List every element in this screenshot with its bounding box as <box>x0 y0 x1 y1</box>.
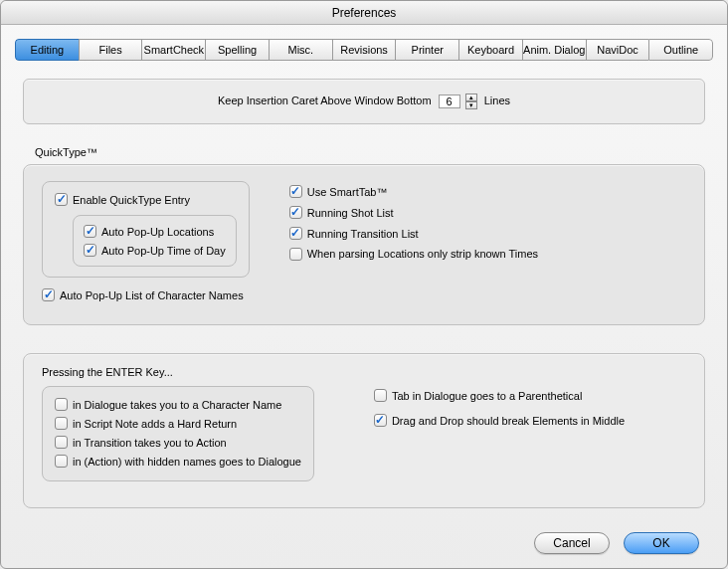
enable-quicktype-label: Enable QuickType Entry <box>73 194 190 206</box>
popup-chars-label: Auto Pop-Up List of Character Names <box>60 289 244 301</box>
tab-anim-dialog[interactable]: Anim. Dialog <box>522 39 586 61</box>
drag-break-row[interactable]: ✓ Drag and Drop should break Elements in… <box>374 411 625 430</box>
checkbox-icon[interactable]: ✓ <box>42 288 55 301</box>
quicktype-panel: ✓ Enable QuickType Entry ✓ Auto Pop-Up L… <box>23 164 705 325</box>
translist-label: Running Transition List <box>307 228 419 240</box>
checkbox-icon[interactable] <box>55 417 68 430</box>
stepper-up-icon[interactable]: ▴ <box>465 94 477 101</box>
tab-files[interactable]: Files <box>79 39 142 61</box>
caret-label-left: Keep Insertion Caret Above Window Bottom <box>218 95 432 106</box>
popup-locations-label: Auto Pop-Up Locations <box>101 226 214 238</box>
caret-label-right: Lines <box>484 95 510 106</box>
checkbox-icon[interactable]: ✓ <box>55 193 68 206</box>
checkbox-icon[interactable]: ✓ <box>289 206 302 219</box>
popup-locations-row[interactable]: ✓ Auto Pop-Up Locations <box>84 222 226 241</box>
dlg-to-char-label: in Dialogue takes you to a Character Nam… <box>73 399 281 411</box>
checkbox-icon[interactable]: ✓ <box>84 244 96 257</box>
stepper-down-icon[interactable]: ▾ <box>465 101 477 109</box>
quicktype-heading: QuickType™ <box>35 146 705 158</box>
shotlist-label: Running Shot List <box>307 207 394 219</box>
tab-editing[interactable]: Editing <box>15 39 79 61</box>
trans-to-action-row[interactable]: in Transition takes you to Action <box>55 433 301 452</box>
enter-heading: Pressing the ENTER Key... <box>42 366 686 378</box>
cancel-button[interactable]: Cancel <box>534 532 610 554</box>
tab-smartcheck[interactable]: SmartCheck <box>141 39 205 61</box>
caret-panel: Keep Insertion Caret Above Window Bottom… <box>23 79 705 124</box>
tab-misc[interactable]: Misc. <box>269 39 332 61</box>
checkbox-icon[interactable] <box>55 398 68 411</box>
popup-tod-row[interactable]: ✓ Auto Pop-Up Time of Day <box>84 241 226 260</box>
translist-row[interactable]: ✓ Running Transition List <box>289 223 538 244</box>
dlg-to-char-row[interactable]: in Dialogue takes you to a Character Nam… <box>55 395 301 414</box>
tab-outline[interactable]: Outline <box>648 39 713 61</box>
enable-quicktype-row[interactable]: ✓ Enable QuickType Entry <box>55 190 237 209</box>
action-to-dlg-label: in (Action) with hidden names goes to Di… <box>73 456 301 468</box>
enter-panel: Pressing the ENTER Key... in Dialogue ta… <box>23 353 705 508</box>
checkbox-icon[interactable] <box>374 389 387 402</box>
quicktype-right: ✓ Use SmartTab™ ✓ Running Shot List ✓ Ru… <box>289 181 538 304</box>
checkbox-icon[interactable] <box>55 436 68 449</box>
tab-spelling[interactable]: Spelling <box>205 39 269 61</box>
popup-chars-row[interactable]: ✓ Auto Pop-Up List of Character Names <box>42 285 250 304</box>
tab-keyboard[interactable]: Keyboard <box>458 39 522 61</box>
scriptnote-hr-label: in Script Note adds a Hard Return <box>73 418 237 430</box>
enter-right: Tab in Dialogue goes to a Parenthetical … <box>374 386 625 430</box>
popup-tod-label: Auto Pop-Up Time of Day <box>101 245 226 257</box>
caret-stepper[interactable]: ▴ ▾ <box>465 94 477 109</box>
popup-subgroup: ✓ Auto Pop-Up Locations ✓ Auto Pop-Up Ti… <box>73 215 237 267</box>
drag-break-label: Drag and Drop should break Elements in M… <box>392 415 625 427</box>
checkbox-icon[interactable]: ✓ <box>289 227 302 240</box>
tab-paren-label: Tab in Dialogue goes to a Parenthetical <box>392 390 582 402</box>
quicktype-left: ✓ Enable QuickType Entry ✓ Auto Pop-Up L… <box>42 181 250 304</box>
scriptnote-hr-row[interactable]: in Script Note adds a Hard Return <box>55 414 301 433</box>
preferences-window: Preferences Editing Files SmartCheck Spe… <box>0 0 728 569</box>
ok-button[interactable]: OK <box>624 532 699 554</box>
parse-times-row[interactable]: When parsing Locations only strip known … <box>289 244 538 265</box>
tab-revisions[interactable]: Revisions <box>332 39 396 61</box>
caret-lines-input[interactable] <box>439 95 460 108</box>
shotlist-row[interactable]: ✓ Running Shot List <box>289 202 538 223</box>
smarttab-label: Use SmartTab™ <box>307 186 388 198</box>
parse-times-label: When parsing Locations only strip known … <box>307 248 538 261</box>
enable-quicktype-group: ✓ Enable QuickType Entry ✓ Auto Pop-Up L… <box>42 181 250 278</box>
content-area: Keep Insertion Caret Above Window Bottom… <box>1 61 727 518</box>
action-to-dlg-row[interactable]: in (Action) with hidden names goes to Di… <box>55 452 301 471</box>
smarttab-row[interactable]: ✓ Use SmartTab™ <box>289 181 538 202</box>
checkbox-icon[interactable] <box>55 455 68 468</box>
enter-left-group: in Dialogue takes you to a Character Nam… <box>42 386 314 481</box>
tab-paren-row[interactable]: Tab in Dialogue goes to a Parenthetical <box>374 386 625 405</box>
checkbox-icon[interactable] <box>289 248 302 261</box>
trans-to-action-label: in Transition takes you to Action <box>73 437 227 449</box>
checkbox-icon[interactable]: ✓ <box>289 185 302 198</box>
checkbox-icon[interactable]: ✓ <box>84 225 96 238</box>
footer: Cancel OK <box>1 518 727 568</box>
tab-bar: Editing Files SmartCheck Spelling Misc. … <box>15 39 713 61</box>
checkbox-icon[interactable]: ✓ <box>374 414 387 427</box>
tab-printer[interactable]: Printer <box>395 39 458 61</box>
tab-navidoc[interactable]: NaviDoc <box>586 39 649 61</box>
window-title: Preferences <box>1 1 727 25</box>
